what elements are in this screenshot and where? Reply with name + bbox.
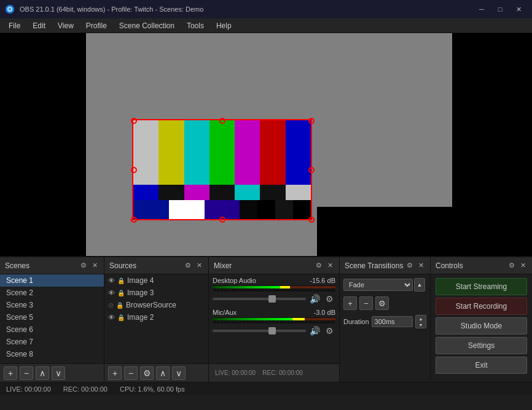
menu-file[interactable]: File <box>2 18 26 33</box>
fader-track-1[interactable] <box>213 330 306 332</box>
mixer-mute-1[interactable]: 🔊 <box>308 325 321 337</box>
scenes-close-icon[interactable]: ✕ <box>90 261 99 270</box>
controls-close-icon[interactable]: ✕ <box>518 261 527 270</box>
transitions-close-icon[interactable]: ✕ <box>417 261 425 270</box>
scene-item-6[interactable]: Scene 8 <box>0 348 104 360</box>
sources-settings-button[interactable]: ⚙ <box>140 366 154 380</box>
mixer-panel: Mixer ⚙ ✕ Desktop Audio -15.6 dB 🔊 <box>209 257 340 382</box>
sources-config-icon[interactable]: ⚙ <box>184 261 192 270</box>
control-btn-settings[interactable]: Settings <box>436 337 527 354</box>
sources-add-button[interactable]: + <box>108 366 122 380</box>
source-eye-icon-2[interactable]: ⊘ <box>108 301 114 309</box>
transitions-config-icon[interactable]: ⚙ <box>405 261 414 270</box>
sources-panel-header: Sources ⚙ ✕ <box>104 257 208 274</box>
handle-tr[interactable] <box>308 118 315 124</box>
svg-point-2 <box>9 8 11 10</box>
control-btn-exit[interactable]: Exit <box>436 357 527 374</box>
menu-help[interactable]: Help <box>210 18 238 33</box>
scene-item-4[interactable]: Scene 6 <box>0 323 104 336</box>
meter-yellow-0 <box>280 286 290 288</box>
meter-bar-0 <box>213 285 335 292</box>
control-btn-start-streaming[interactable]: Start Streaming <box>436 278 527 295</box>
duration-down-icon[interactable]: ▼ <box>416 322 426 328</box>
scene-item-5[interactable]: Scene 7 <box>0 336 104 348</box>
sources-down-button[interactable]: ∨ <box>172 366 186 380</box>
mixer-panel-header: Mixer ⚙ ✕ <box>209 257 339 274</box>
scene-item-3[interactable]: Scene 5 <box>0 311 104 323</box>
close-button[interactable]: ✕ <box>510 3 527 15</box>
source-lock-icon-0[interactable]: 🔒 <box>117 277 125 284</box>
mixer-config-icon[interactable]: ⚙ <box>315 261 323 270</box>
controls-content: Start StreamingStart RecordingStudio Mod… <box>431 274 532 382</box>
duration-up-icon[interactable]: ▲ <box>416 315 426 322</box>
source-item-3: 👁🔒Image 2 <box>104 311 208 323</box>
handle-tl[interactable] <box>131 118 137 124</box>
transition-controls: + − ⚙ <box>343 296 426 310</box>
black-right <box>452 33 532 256</box>
maximize-button[interactable]: □ <box>491 3 509 15</box>
sources-panel-title: Sources <box>109 261 136 270</box>
menu-view[interactable]: View <box>52 18 80 33</box>
mixer-channel-0: Desktop Audio -15.6 dB 🔊 ⚙ <box>213 277 335 305</box>
mixer-settings-1[interactable]: ⚙ <box>323 325 335 337</box>
fader-track-0[interactable] <box>213 298 306 300</box>
scene-item-1[interactable]: Scene 2 <box>0 287 104 299</box>
scenes-down-button[interactable]: ∨ <box>52 366 65 380</box>
handle-br[interactable] <box>308 217 315 223</box>
transition-remove-button[interactable]: − <box>359 296 373 310</box>
color-bars <box>132 119 312 220</box>
source-lock-icon-1[interactable]: 🔒 <box>117 290 125 296</box>
fader-thumb-0[interactable] <box>268 295 276 303</box>
app-icon <box>5 4 15 14</box>
scene-item-2[interactable]: Scene 3 <box>0 299 104 311</box>
sources-close-icon[interactable]: ✕ <box>195 261 203 270</box>
mixer-channel-1: Mic/Aux -3.0 dB 🔊 ⚙ <box>213 309 335 337</box>
menu-scene-collection[interactable]: Scene Collection <box>113 18 181 33</box>
mixer-channel-header-1: Mic/Aux -3.0 dB <box>213 309 335 316</box>
control-btn-studio-mode[interactable]: Studio Mode <box>436 317 527 335</box>
channel-name-1: Mic/Aux <box>213 309 237 316</box>
scene-item-0[interactable]: Scene 1 <box>0 274 104 287</box>
handle-bm[interactable] <box>219 217 225 223</box>
handle-ml[interactable] <box>131 167 137 173</box>
duration-arrows[interactable]: ▲ ▼ <box>415 315 426 328</box>
scenes-add-button[interactable]: + <box>4 366 17 380</box>
control-btn-start-recording[interactable]: Start Recording <box>436 298 527 315</box>
source-label-2: BrowserSource <box>126 301 176 309</box>
source-item-0: 👁🔒Image 4 <box>104 274 208 287</box>
handle-mr[interactable] <box>308 167 315 173</box>
source-eye-icon-0[interactable]: 👁 <box>108 277 115 284</box>
menu-edit[interactable]: Edit <box>26 18 52 33</box>
source-label-1: Image 3 <box>127 288 154 297</box>
scenes-config-icon[interactable]: ⚙ <box>79 261 88 270</box>
source-lock-icon-3[interactable]: 🔒 <box>117 314 125 321</box>
minimize-button[interactable]: ─ <box>473 3 490 15</box>
sources-up-button[interactable]: ∧ <box>156 366 170 380</box>
mixer-settings-0[interactable]: ⚙ <box>323 293 335 305</box>
handle-tm[interactable] <box>219 118 225 124</box>
source-lock-icon-2[interactable]: 🔒 <box>116 302 123 309</box>
menu-tools[interactable]: Tools <box>181 18 210 33</box>
fader-thumb-1[interactable] <box>268 327 276 335</box>
scenes-up-button[interactable]: ∧ <box>36 366 49 380</box>
controls-config-icon[interactable]: ⚙ <box>507 261 516 270</box>
sources-remove-button[interactable]: − <box>124 366 138 380</box>
menu-profile[interactable]: Profile <box>80 18 113 33</box>
transitions-panel-title: Scene Transitions <box>345 261 403 270</box>
scenes-remove-button[interactable]: − <box>20 366 33 380</box>
transition-up-arrow[interactable]: ▲ <box>414 278 425 292</box>
transition-select[interactable]: Fade Cut Swipe Slide <box>343 279 413 291</box>
handle-bl[interactable] <box>131 217 137 223</box>
duration-input[interactable] <box>372 316 413 327</box>
cpu-status: CPU: 1.6%, 60.00 fps <box>120 385 185 393</box>
transition-add-button[interactable]: + <box>343 296 357 310</box>
colorbar-row-2 <box>133 185 311 200</box>
preview-area <box>0 33 532 256</box>
transition-settings-button[interactable]: ⚙ <box>375 296 389 310</box>
source-eye-icon-3[interactable]: 👁 <box>108 314 115 321</box>
rec-status: REC: 00:00:00 <box>63 385 108 393</box>
source-eye-icon-1[interactable]: 👁 <box>108 289 115 296</box>
mixer-mute-0[interactable]: 🔊 <box>308 293 321 305</box>
scenes-panel: Scenes ⚙ ✕ Scene 1Scene 2Scene 3Scene 5S… <box>0 257 104 382</box>
mixer-close-icon[interactable]: ✕ <box>326 261 334 270</box>
